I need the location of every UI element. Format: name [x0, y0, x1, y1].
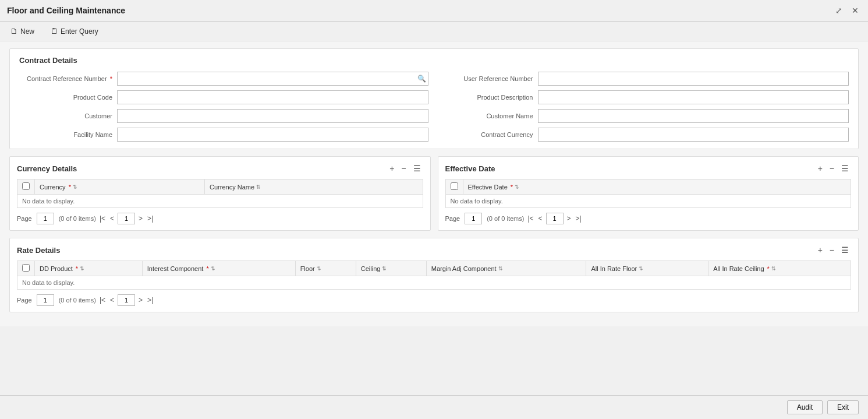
enter-query-button[interactable]: 🗒 Enter Query — [47, 25, 102, 37]
customer-name-row: Customer Name — [440, 109, 849, 123]
margin-adj-col-header: Margin Adj Component ⇅ — [426, 261, 586, 276]
currency-details-actions: + − ☰ — [387, 163, 423, 174]
currency-pagination: Page (0 of 0 items) |< < > >| — [17, 213, 423, 224]
toolbar: 🗋 New 🗒 Enter Query — [0, 22, 868, 41]
currency-next-page-button[interactable]: > — [137, 213, 144, 224]
contract-currency-label: Contract Currency — [440, 131, 533, 138]
rate-details-header: Rate Details + − ☰ — [17, 244, 851, 256]
title-bar: Floor and Ceiling Maintenance ⤢ ✕ — [0, 0, 868, 22]
rate-remove-button[interactable]: − — [827, 244, 837, 256]
currency-sort-icon[interactable]: ⇅ — [73, 184, 77, 190]
contract-ref-row: Contract Reference Number * 🔍 — [19, 72, 428, 86]
customer-name-label: Customer Name — [440, 112, 533, 119]
currency-list-button[interactable]: ☰ — [411, 163, 423, 174]
new-button[interactable]: 🗋 New — [7, 25, 38, 37]
rate-list-button[interactable]: ☰ — [839, 244, 851, 256]
contract-ref-input[interactable] — [117, 72, 428, 86]
all-in-rate-floor-col-header: All In Rate Floor ⇅ — [586, 261, 708, 276]
facility-name-label: Facility Name — [19, 131, 112, 138]
currency-prev-page-button[interactable]: < — [109, 213, 115, 224]
window-title: Floor and Ceiling Maintenance — [7, 6, 125, 15]
enter-query-label: Enter Query — [61, 27, 98, 36]
maximize-button[interactable]: ⤢ — [833, 5, 845, 16]
effective-list-button[interactable]: ☰ — [839, 163, 851, 174]
rate-no-data-row: No data to display. — [17, 276, 851, 290]
rate-page-number-input[interactable] — [118, 294, 135, 306]
currency-details-header: Currency Details + − ☰ — [17, 163, 423, 174]
effective-last-page-button[interactable]: >| — [575, 213, 583, 224]
customer-row: Customer — [19, 109, 428, 123]
rate-next-page-button[interactable]: > — [137, 295, 144, 305]
effective-no-data-row: No data to display. — [445, 195, 851, 208]
rate-first-page-button[interactable]: |< — [98, 295, 107, 305]
contract-currency-row: Contract Currency — [440, 128, 849, 142]
effective-remove-button[interactable]: − — [827, 163, 837, 174]
customer-input[interactable] — [117, 109, 428, 123]
contract-details-section: Contract Details Contract Reference Numb… — [9, 48, 859, 149]
margin-adj-col-label: Margin Adj Component — [431, 265, 497, 272]
effective-first-page-button[interactable]: |< — [526, 213, 534, 224]
effective-page-input[interactable] — [465, 213, 482, 224]
ceiling-sort-icon[interactable]: ⇅ — [382, 266, 387, 272]
contract-currency-input[interactable] — [538, 128, 849, 142]
product-desc-input[interactable] — [538, 90, 849, 104]
contract-details-form: Contract Reference Number * 🔍 User Refer… — [19, 72, 849, 142]
currency-page-count: (0 of 0 items) — [59, 215, 96, 222]
product-code-input[interactable] — [117, 90, 428, 104]
currency-last-page-button[interactable]: >| — [146, 213, 154, 224]
rate-no-data-cell: No data to display. — [17, 276, 851, 290]
effective-date-panel: Effective Date + − ☰ — [438, 156, 859, 231]
margin-adj-sort-icon[interactable]: ⇅ — [498, 266, 503, 272]
customer-name-input[interactable] — [538, 109, 849, 123]
audit-button[interactable]: Audit — [787, 400, 823, 414]
effective-date-table: Effective Date * ⇅ No data to display. — [445, 179, 852, 208]
currency-first-page-button[interactable]: |< — [98, 213, 107, 224]
effective-date-header: Effective Date + − ☰ — [445, 163, 852, 174]
product-desc-row: Product Description — [440, 90, 849, 104]
rate-select-all-checkbox[interactable] — [22, 264, 30, 272]
rate-add-button[interactable]: + — [816, 244, 825, 256]
currency-add-button[interactable]: + — [387, 163, 396, 174]
new-label: New — [20, 27, 34, 36]
currency-name-sort-icon[interactable]: ⇅ — [256, 184, 261, 190]
exit-button[interactable]: Exit — [827, 400, 859, 414]
effective-page-number-input[interactable] — [546, 213, 564, 224]
search-icon[interactable]: 🔍 — [417, 75, 426, 83]
currency-select-all-th — [17, 179, 35, 195]
all-in-rate-floor-sort-icon[interactable]: ⇅ — [639, 266, 643, 272]
rate-page-input[interactable] — [37, 294, 54, 306]
rate-last-page-button[interactable]: >| — [146, 295, 154, 305]
rate-prev-page-button[interactable]: < — [109, 295, 115, 305]
currency-page-input[interactable] — [37, 213, 54, 224]
product-code-label: Product Code — [19, 94, 112, 101]
dd-product-sort-icon[interactable]: ⇅ — [80, 266, 84, 272]
currency-details-title: Currency Details — [17, 164, 77, 173]
facility-name-input[interactable] — [117, 128, 428, 142]
effective-date-sort-icon[interactable]: ⇅ — [515, 184, 519, 190]
effective-prev-page-button[interactable]: < — [537, 213, 544, 224]
contract-ref-label: Contract Reference Number * — [19, 75, 112, 82]
effective-select-all-checkbox[interactable] — [451, 182, 458, 190]
interest-component-col-header: Interest Component * ⇅ — [142, 261, 295, 276]
rate-select-all-th — [17, 261, 35, 276]
close-button[interactable]: ✕ — [849, 5, 861, 16]
effective-page-label: Page — [445, 215, 460, 222]
effective-next-page-button[interactable]: > — [566, 213, 572, 224]
ceiling-col-label: Ceiling — [361, 265, 381, 272]
currency-select-all-checkbox[interactable] — [22, 182, 30, 190]
interest-component-sort-icon[interactable]: ⇅ — [211, 266, 215, 272]
rate-details-actions: + − ☰ — [816, 244, 851, 256]
effective-pagination: Page (0 of 0 items) |< < > >| — [445, 213, 852, 224]
new-icon: 🗋 — [10, 27, 18, 36]
footer: Audit Exit — [0, 395, 868, 419]
all-in-rate-ceiling-col-header: All In Rate Ceiling * ⇅ — [708, 261, 851, 276]
effective-add-button[interactable]: + — [816, 163, 825, 174]
user-ref-input[interactable] — [538, 72, 849, 86]
floor-sort-icon[interactable]: ⇅ — [317, 266, 321, 272]
currency-remove-button[interactable]: − — [399, 163, 408, 174]
all-in-rate-ceiling-sort-icon[interactable]: ⇅ — [771, 266, 776, 272]
currency-page-number-input[interactable] — [118, 213, 135, 224]
main-window: Floor and Ceiling Maintenance ⤢ ✕ 🗋 New … — [0, 0, 868, 419]
currency-no-data-cell: No data to display. — [17, 195, 423, 208]
currency-page-label: Page — [17, 215, 32, 222]
